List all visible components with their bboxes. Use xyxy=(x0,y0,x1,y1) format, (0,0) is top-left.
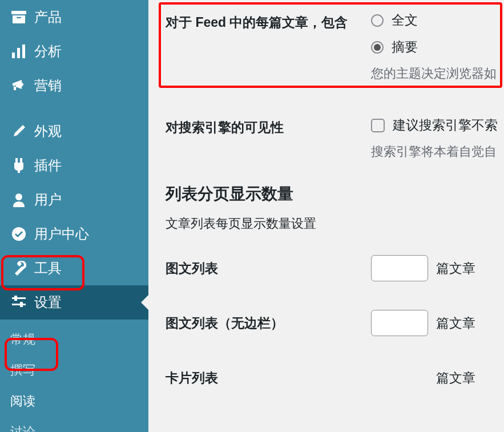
sidebar-item-plugins[interactable]: 插件 xyxy=(0,148,148,183)
image-text-list-input[interactable] xyxy=(371,255,428,281)
setting-label: 对于 Feed 中的每篇文章，包含 xyxy=(166,11,371,82)
menu-label: 设置 xyxy=(34,293,62,312)
megaphone-icon xyxy=(10,79,27,92)
submenu-discussion[interactable]: 讨论 xyxy=(0,417,148,432)
sidebar-item-products[interactable]: 产品 xyxy=(0,0,148,34)
svg-rect-7 xyxy=(20,158,22,163)
image-text-list-no-sidebar-row: 图文列表（无边栏） 篇文章 xyxy=(166,310,504,336)
wrench-icon xyxy=(10,261,27,276)
svg-rect-3 xyxy=(12,53,15,58)
svg-rect-5 xyxy=(22,45,25,58)
menu-label: 用户 xyxy=(34,191,62,209)
search-visibility-setting: 对搜索引擎的可见性 建议搜索引擎不索 搜索引擎将本着自觉自 xyxy=(166,116,504,160)
radio-summary[interactable]: 摘要 xyxy=(371,38,504,56)
menu-label: 用户中心 xyxy=(34,225,89,243)
input-suffix: 篇文章 xyxy=(436,260,475,277)
sidebar-item-marketing[interactable]: 营销 xyxy=(0,68,148,103)
sidebar-item-analytics[interactable]: 分析 xyxy=(0,34,148,68)
check-circle-icon xyxy=(10,227,27,241)
svg-rect-4 xyxy=(17,48,20,58)
menu-label: 产品 xyxy=(34,8,62,26)
radio-icon xyxy=(371,41,384,54)
sidebar-item-appearance[interactable]: 外观 xyxy=(0,114,148,148)
svg-rect-2 xyxy=(17,17,21,18)
image-text-list-no-sidebar-input[interactable] xyxy=(371,310,428,336)
card-list-row: 卡片列表 篇文章 xyxy=(166,365,504,391)
menu-label: 插件 xyxy=(34,156,62,175)
search-hint: 搜索引擎将本着自觉自 xyxy=(371,143,504,160)
pagination-heading: 列表分页显示数量 xyxy=(166,183,504,205)
sidebar-item-users[interactable]: 用户 xyxy=(0,183,148,217)
radio-full-text[interactable]: 全文 xyxy=(371,11,504,29)
menu-label: 工具 xyxy=(34,259,62,277)
feed-hint: 您的主题决定浏览器如 xyxy=(371,65,504,82)
admin-sidebar: 产品 分析 营销 外观 插件 用户 用户中心 工具 设置 常规 撰写 阅读 讨论… xyxy=(0,0,148,432)
svg-point-9 xyxy=(15,193,22,200)
menu-label: 外观 xyxy=(34,122,62,140)
svg-rect-6 xyxy=(15,158,18,163)
sliders-icon xyxy=(10,296,27,309)
row-label: 图文列表 xyxy=(166,260,371,277)
plug-icon xyxy=(10,158,27,173)
svg-rect-12 xyxy=(14,296,17,301)
submenu-writing[interactable]: 撰写 xyxy=(0,355,148,386)
feed-content-setting: 对于 Feed 中的每篇文章，包含 全文 摘要 您的主题决定浏览器如 xyxy=(166,11,504,82)
radio-label: 摘要 xyxy=(392,38,418,56)
brush-icon xyxy=(10,124,27,139)
submenu-general[interactable]: 常规 xyxy=(0,324,148,355)
sidebar-item-tools[interactable]: 工具 xyxy=(0,251,148,285)
radio-icon xyxy=(371,14,384,27)
svg-rect-13 xyxy=(12,304,26,305)
input-suffix: 篇文章 xyxy=(436,369,475,387)
search-discourage-checkbox[interactable]: 建议搜索引擎不索 xyxy=(371,116,504,134)
settings-content: 对于 Feed 中的每篇文章，包含 全文 摘要 您的主题决定浏览器如 对搜索引擎… xyxy=(148,0,504,432)
svg-rect-0 xyxy=(11,11,26,14)
sidebar-item-settings[interactable]: 设置 xyxy=(0,285,148,320)
checkbox-label: 建议搜索引擎不索 xyxy=(393,116,498,134)
input-suffix: 篇文章 xyxy=(436,314,475,332)
setting-label: 对搜索引擎的可见性 xyxy=(166,116,371,160)
menu-label: 分析 xyxy=(34,42,62,60)
submenu-reading[interactable]: 阅读 xyxy=(0,386,148,417)
svg-rect-11 xyxy=(12,297,26,299)
menu-label: 营销 xyxy=(34,76,62,95)
radio-label: 全文 xyxy=(392,11,418,29)
svg-rect-8 xyxy=(18,171,20,173)
settings-submenu: 常规 撰写 阅读 讨论 媒体 xyxy=(0,320,148,432)
svg-rect-1 xyxy=(13,15,25,23)
chart-icon xyxy=(10,45,27,58)
sidebar-item-user-center[interactable]: 用户中心 xyxy=(0,217,148,251)
row-label: 卡片列表 xyxy=(166,369,371,387)
pagination-desc: 文章列表每页显示数量设置 xyxy=(166,215,504,232)
archive-icon xyxy=(10,11,27,23)
user-icon xyxy=(10,192,27,207)
svg-rect-14 xyxy=(20,302,23,307)
row-label: 图文列表（无边栏） xyxy=(166,314,371,332)
checkbox-icon xyxy=(371,119,385,132)
image-text-list-row: 图文列表 篇文章 xyxy=(166,255,504,281)
